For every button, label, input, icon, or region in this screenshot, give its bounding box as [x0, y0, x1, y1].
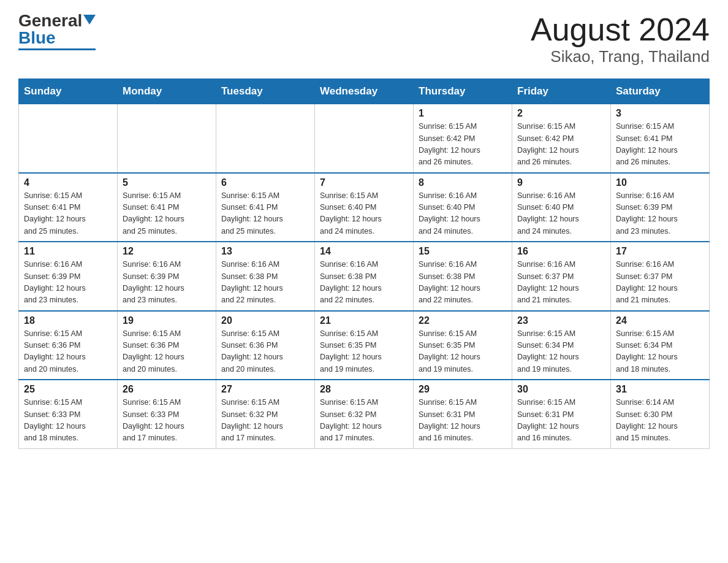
calendar-cell: 31Sunrise: 6:14 AMSunset: 6:30 PMDayligh…: [611, 380, 710, 448]
logo-general-text: General: [18, 12, 82, 29]
day-number: 17: [616, 246, 704, 257]
calendar-cell: 25Sunrise: 6:15 AMSunset: 6:33 PMDayligh…: [19, 380, 118, 448]
column-header-thursday: Thursday: [414, 79, 512, 104]
calendar-cell: 14Sunrise: 6:16 AMSunset: 6:38 PMDayligh…: [315, 242, 414, 311]
calendar-week-row: 18Sunrise: 6:15 AMSunset: 6:36 PMDayligh…: [19, 311, 710, 380]
day-number: 6: [221, 177, 309, 188]
day-number: 21: [320, 315, 408, 326]
calendar-week-row: 11Sunrise: 6:16 AMSunset: 6:39 PMDayligh…: [19, 242, 710, 311]
calendar-cell: [216, 104, 315, 173]
calendar-cell: 10Sunrise: 6:16 AMSunset: 6:39 PMDayligh…: [611, 173, 710, 242]
calendar-cell: 15Sunrise: 6:16 AMSunset: 6:38 PMDayligh…: [414, 242, 512, 311]
day-sun-info: Sunrise: 6:15 AMSunset: 6:40 PMDaylight:…: [320, 190, 408, 238]
calendar-cell: 28Sunrise: 6:15 AMSunset: 6:32 PMDayligh…: [315, 380, 414, 448]
day-sun-info: Sunrise: 6:15 AMSunset: 6:41 PMDaylight:…: [24, 190, 112, 238]
column-header-monday: Monday: [118, 79, 216, 104]
day-number: 22: [419, 315, 507, 326]
title-block: August 2024 Sikao, Trang, Thailand: [531, 12, 710, 66]
calendar-cell: [19, 104, 118, 173]
column-header-tuesday: Tuesday: [216, 79, 315, 104]
calendar-cell: 18Sunrise: 6:15 AMSunset: 6:36 PMDayligh…: [19, 311, 118, 380]
day-number: 27: [221, 384, 309, 395]
calendar-cell: 2Sunrise: 6:15 AMSunset: 6:42 PMDaylight…: [512, 104, 611, 173]
calendar-week-row: 4Sunrise: 6:15 AMSunset: 6:41 PMDaylight…: [19, 173, 710, 242]
calendar-cell: 9Sunrise: 6:16 AMSunset: 6:40 PMDaylight…: [512, 173, 611, 242]
calendar-cell: 7Sunrise: 6:15 AMSunset: 6:40 PMDaylight…: [315, 173, 414, 242]
day-number: 4: [24, 177, 112, 188]
calendar-cell: [315, 104, 414, 173]
day-sun-info: Sunrise: 6:15 AMSunset: 6:42 PMDaylight:…: [419, 121, 507, 169]
calendar-cell: 20Sunrise: 6:15 AMSunset: 6:36 PMDayligh…: [216, 311, 315, 380]
calendar-cell: 5Sunrise: 6:15 AMSunset: 6:41 PMDaylight…: [118, 173, 216, 242]
day-sun-info: Sunrise: 6:15 AMSunset: 6:33 PMDaylight:…: [123, 397, 211, 445]
day-number: 12: [123, 246, 211, 257]
calendar-cell: 1Sunrise: 6:15 AMSunset: 6:42 PMDaylight…: [414, 104, 512, 173]
day-number: 13: [221, 246, 309, 257]
calendar-cell: 21Sunrise: 6:15 AMSunset: 6:35 PMDayligh…: [315, 311, 414, 380]
day-sun-info: Sunrise: 6:16 AMSunset: 6:38 PMDaylight:…: [320, 259, 408, 307]
calendar-cell: 6Sunrise: 6:15 AMSunset: 6:41 PMDaylight…: [216, 173, 315, 242]
day-number: 16: [517, 246, 605, 257]
day-sun-info: Sunrise: 6:15 AMSunset: 6:42 PMDaylight:…: [517, 121, 605, 169]
day-sun-info: Sunrise: 6:16 AMSunset: 6:38 PMDaylight:…: [419, 259, 507, 307]
day-number: 14: [320, 246, 408, 257]
calendar-cell: 3Sunrise: 6:15 AMSunset: 6:41 PMDaylight…: [611, 104, 710, 173]
day-number: 30: [517, 384, 605, 395]
day-sun-info: Sunrise: 6:15 AMSunset: 6:36 PMDaylight:…: [123, 328, 211, 376]
day-sun-info: Sunrise: 6:16 AMSunset: 6:37 PMDaylight:…: [517, 259, 605, 307]
day-sun-info: Sunrise: 6:15 AMSunset: 6:32 PMDaylight:…: [320, 397, 408, 445]
calendar-cell: 16Sunrise: 6:16 AMSunset: 6:37 PMDayligh…: [512, 242, 611, 311]
day-sun-info: Sunrise: 6:15 AMSunset: 6:33 PMDaylight:…: [24, 397, 112, 445]
day-sun-info: Sunrise: 6:15 AMSunset: 6:41 PMDaylight:…: [616, 121, 704, 169]
day-sun-info: Sunrise: 6:16 AMSunset: 6:40 PMDaylight:…: [419, 190, 507, 238]
month-year-title: August 2024: [531, 12, 710, 47]
day-sun-info: Sunrise: 6:16 AMSunset: 6:40 PMDaylight:…: [517, 190, 605, 238]
calendar-cell: 4Sunrise: 6:15 AMSunset: 6:41 PMDaylight…: [19, 173, 118, 242]
calendar-cell: 29Sunrise: 6:15 AMSunset: 6:31 PMDayligh…: [414, 380, 512, 448]
page-header: General Blue August 2024 Sikao, Trang, T…: [18, 12, 710, 66]
day-number: 26: [123, 384, 211, 395]
calendar-cell: 11Sunrise: 6:16 AMSunset: 6:39 PMDayligh…: [19, 242, 118, 311]
calendar-cell: 27Sunrise: 6:15 AMSunset: 6:32 PMDayligh…: [216, 380, 315, 448]
day-sun-info: Sunrise: 6:16 AMSunset: 6:37 PMDaylight:…: [616, 259, 704, 307]
calendar-cell: 17Sunrise: 6:16 AMSunset: 6:37 PMDayligh…: [611, 242, 710, 311]
calendar-week-row: 1Sunrise: 6:15 AMSunset: 6:42 PMDaylight…: [19, 104, 710, 173]
day-number: 10: [616, 177, 704, 188]
day-number: 23: [517, 315, 605, 326]
day-sun-info: Sunrise: 6:15 AMSunset: 6:34 PMDaylight:…: [616, 328, 704, 376]
day-number: 24: [616, 315, 704, 326]
day-number: 11: [24, 246, 112, 257]
day-number: 7: [320, 177, 408, 188]
calendar-cell: 13Sunrise: 6:16 AMSunset: 6:38 PMDayligh…: [216, 242, 315, 311]
day-sun-info: Sunrise: 6:15 AMSunset: 6:31 PMDaylight:…: [517, 397, 605, 445]
logo-blue-text: Blue: [18, 29, 56, 47]
calendar-cell: 24Sunrise: 6:15 AMSunset: 6:34 PMDayligh…: [611, 311, 710, 380]
day-sun-info: Sunrise: 6:16 AMSunset: 6:38 PMDaylight:…: [221, 259, 309, 307]
day-sun-info: Sunrise: 6:15 AMSunset: 6:31 PMDaylight:…: [419, 397, 507, 445]
day-sun-info: Sunrise: 6:15 AMSunset: 6:34 PMDaylight:…: [517, 328, 605, 376]
day-sun-info: Sunrise: 6:14 AMSunset: 6:30 PMDaylight:…: [616, 397, 704, 445]
logo: General Blue: [18, 12, 96, 50]
column-header-sunday: Sunday: [19, 79, 118, 104]
calendar-cell: 19Sunrise: 6:15 AMSunset: 6:36 PMDayligh…: [118, 311, 216, 380]
day-number: 8: [419, 177, 507, 188]
calendar-cell: 23Sunrise: 6:15 AMSunset: 6:34 PMDayligh…: [512, 311, 611, 380]
day-number: 18: [24, 315, 112, 326]
day-number: 1: [419, 108, 507, 119]
column-header-saturday: Saturday: [611, 79, 710, 104]
day-sun-info: Sunrise: 6:16 AMSunset: 6:39 PMDaylight:…: [123, 259, 211, 307]
column-header-friday: Friday: [512, 79, 611, 104]
logo-underline: [18, 48, 96, 50]
day-sun-info: Sunrise: 6:16 AMSunset: 6:39 PMDaylight:…: [616, 190, 704, 238]
calendar-cell: [118, 104, 216, 173]
day-number: 29: [419, 384, 507, 395]
calendar-cell: 8Sunrise: 6:16 AMSunset: 6:40 PMDaylight…: [414, 173, 512, 242]
calendar-header-row: SundayMondayTuesdayWednesdayThursdayFrid…: [19, 79, 710, 104]
column-header-wednesday: Wednesday: [315, 79, 414, 104]
location-subtitle: Sikao, Trang, Thailand: [531, 47, 710, 66]
calendar-week-row: 25Sunrise: 6:15 AMSunset: 6:33 PMDayligh…: [19, 380, 710, 448]
day-sun-info: Sunrise: 6:15 AMSunset: 6:41 PMDaylight:…: [221, 190, 309, 238]
day-sun-info: Sunrise: 6:15 AMSunset: 6:36 PMDaylight:…: [221, 328, 309, 376]
calendar-table: SundayMondayTuesdayWednesdayThursdayFrid…: [18, 79, 710, 449]
day-sun-info: Sunrise: 6:15 AMSunset: 6:35 PMDaylight:…: [419, 328, 507, 376]
